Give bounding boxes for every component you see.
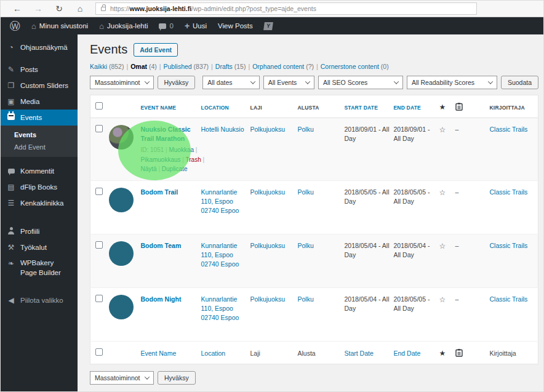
browser-back-icon[interactable]: ← [7,4,28,14]
submenu-item-events[interactable]: Events [1,129,78,141]
location-link[interactable]: Kunnarlantie 110, Espoo 02740 Espoo [201,242,239,268]
sidebar-item-custom-sliders[interactable]: ❐ Custom Sliders [1,78,78,94]
duplicate-action[interactable]: Duplicate [162,166,188,172]
event-row-nuuksio: Nuuksio Classic Trail Marathon ID: 1051 … [90,118,538,181]
author-link[interactable]: Classic Trails [490,126,528,133]
row-checkbox[interactable] [95,125,103,132]
start-date: 2018/05/04 - All Day [345,295,390,312]
bulk-actions-select[interactable]: Massatoiminnot [90,76,154,89]
site-name-menu[interactable]: ⌂ Juoksija-lehti [95,17,152,34]
yoast-menu[interactable]: Y [260,17,277,34]
view-posts-menu[interactable]: View Posts [214,17,257,34]
filter-toolbar: Massatoiminnot Hyväksy All dates All Eve… [90,76,538,89]
sidebar-item-wpbakery[interactable]: ❧ WPBakery Page Builder [1,255,78,280]
trash-action[interactable]: Trash [186,156,201,163]
sidebar-label: dFlip Books [20,183,57,191]
column-footer-start-date[interactable]: Start Date [345,350,374,357]
event-thumbnail[interactable] [109,241,134,266]
events-filter-select[interactable]: All Events [263,76,314,89]
laji-link[interactable]: Polkujuoksu [250,295,286,303]
address-bar[interactable]: https://www.juoksija-lehti.fi/wp-admin/e… [95,2,477,15]
bulk-actions-select-bottom[interactable]: Massatoiminnot [90,371,154,385]
row-checkbox[interactable] [95,188,103,195]
event-title-link[interactable]: Nuuksio Classic Trail Marathon [141,126,191,142]
submenu-item-add-event[interactable]: Add Event [1,141,78,153]
browser-refresh-icon[interactable]: ↻ [49,4,70,14]
sidebar-item-profile[interactable]: Profiili [1,223,78,239]
select-all-checkbox[interactable] [95,348,103,356]
new-content-menu[interactable]: + Uusi [180,17,211,34]
sidebar-item-tools[interactable]: ⚒ Työkalut [1,239,78,255]
row-checkbox[interactable] [95,241,103,249]
location-link[interactable]: Kunnarlantie 110, Espoo 02740 Espoo [201,188,239,214]
feature-star-toggle[interactable]: ☆ [439,188,446,197]
laji-link[interactable]: Polkujuoksu [250,126,286,133]
row-checkbox[interactable] [95,295,103,302]
select-all-checkbox[interactable] [95,102,103,110]
event-thumbnail[interactable] [109,295,134,319]
alusta-link[interactable]: Polku [298,126,314,133]
my-sites-menu[interactable]: ⌂ Minun sivustoni [27,17,92,34]
view-action[interactable]: Näytä [141,166,157,172]
recurrence-value: – [455,295,459,303]
sidebar-label: WPBakery Page Builder [20,258,71,278]
readability-scores-filter-select[interactable]: All Readability Scores [407,76,497,89]
view-link-cornerstone[interactable]: Cornerstone content [321,63,379,70]
alusta-link[interactable]: Polku [298,188,314,196]
wp-logo-menu[interactable]: Ⓦ [6,17,25,34]
column-footer-location[interactable]: Location [201,350,226,357]
author-link[interactable]: Classic Trails [490,242,528,249]
feature-star-toggle[interactable]: ☆ [439,126,446,134]
filter-button[interactable]: Suodata [501,76,538,89]
feature-star-toggle[interactable]: ☆ [439,295,446,304]
end-date: 2018/09/01 - All Day [394,126,430,142]
author-link[interactable]: Classic Trails [490,188,528,196]
view-link-published[interactable]: Published [164,63,192,70]
view-link-mine[interactable]: Omat [130,63,147,70]
browser-home-icon[interactable]: ⌂ [70,4,90,14]
sidebar-item-posts[interactable]: ✎ Posts [1,62,78,78]
sidebar-item-comments[interactable]: Kommentit [1,163,78,179]
laji-link[interactable]: Polkujuoksu [250,242,286,249]
column-header-location[interactable]: Location [201,105,229,111]
add-event-button[interactable]: Add Event [134,43,178,57]
sidebar-item-events[interactable]: Events [1,110,78,126]
apply-button[interactable]: Hyväksy [158,76,196,89]
column-header-start-date[interactable]: Start Date [345,105,378,111]
sidebar-item-kenkaklinikka[interactable]: ☰ Kenkaklinikka [1,195,78,211]
main-content: Events Add Event Kaikki (852)|Omat (4)|P… [78,34,543,392]
view-link-all[interactable]: Kaikki [90,63,107,70]
featured-star-icon[interactable]: ★ [439,103,446,111]
sidebar-item-media[interactable]: ▣ Media [1,94,78,110]
view-link-orphaned[interactable]: Orphaned content [252,63,304,70]
column-footer-event-name[interactable]: Event Name [141,350,177,357]
edit-action[interactable]: Muokkaa [169,146,194,153]
comments-menu[interactable]: 0 [154,17,177,34]
column-footer-end-date[interactable]: End Date [394,350,421,357]
wp-admin-bar: Ⓦ ⌂ Minun sivustoni ⌂ Juoksija-lehti 0 +… [1,17,543,34]
alusta-link[interactable]: Polku [298,295,314,303]
sidebar-label: Events [20,114,42,121]
event-thumbnail[interactable] [109,125,134,150]
seo-scores-filter-select[interactable]: All SEO Scores [318,76,403,89]
location-link[interactable]: Kunnarlantie 110, Espoo 02740 Espoo [201,295,239,321]
featured-star-icon[interactable]: ★ [439,349,446,358]
sidebar-item-dashboard[interactable]: ◔ Ohjausnäkymä [1,39,78,55]
location-link[interactable]: Hotelli Nuuksio [201,126,244,133]
quick-edit-action[interactable]: Pikamuokkaus [141,156,181,163]
feature-star-toggle[interactable]: ☆ [439,242,446,250]
laji-link[interactable]: Polkujuoksu [250,188,286,196]
column-header-end-date[interactable]: End Date [394,105,421,111]
author-link[interactable]: Classic Trails [490,295,528,303]
event-title-link[interactable]: Bodom Trail [141,188,178,196]
sidebar-item-dflip-books[interactable]: ▤ dFlip Books [1,179,78,195]
dates-filter-select[interactable]: All dates [202,76,259,89]
sidebar-item-collapse-menu[interactable]: ◀ Piilota valikko [1,292,78,308]
column-header-event-name[interactable]: Event Name [141,105,177,111]
event-title-link[interactable]: Bodom Team [141,242,182,249]
apply-button-bottom[interactable]: Hyväksy [158,371,196,385]
event-title-link[interactable]: Bodom Night [141,295,182,303]
event-thumbnail[interactable] [109,188,134,212]
alusta-link[interactable]: Polku [298,242,314,249]
view-link-drafts[interactable]: Drafts [215,63,233,70]
